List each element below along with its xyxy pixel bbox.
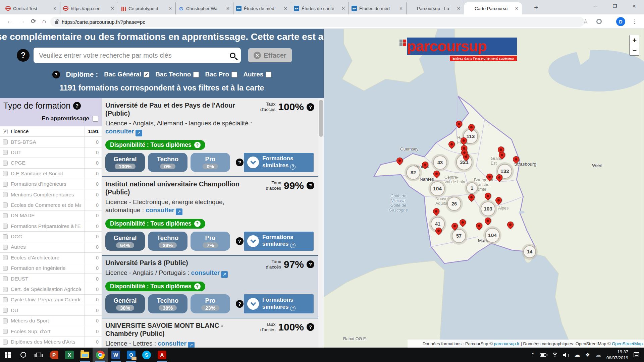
similar-help-icon[interactable]: ?	[290, 243, 296, 248]
type-filter-row[interactable]: DUT0	[0, 147, 102, 158]
home-icon[interactable]: ⌂	[42, 17, 46, 25]
type-checkbox[interactable]	[3, 276, 8, 281]
type-filter-row[interactable]: DCG0	[0, 232, 102, 242]
type-checkbox[interactable]	[3, 192, 8, 197]
stats-help-icon[interactable]: ?	[236, 237, 244, 245]
onedrive-icon[interactable]: ☁	[595, 351, 601, 358]
map-cluster[interactable]: 1	[466, 182, 478, 194]
stat-techno[interactable]: Techno28%	[148, 232, 187, 251]
diplome-checkbox[interactable]	[231, 72, 237, 77]
openstreetmap-link[interactable]: OpenStreetMap	[612, 341, 643, 346]
tab-close-icon[interactable]: ✕	[52, 6, 57, 11]
powerpoint-icon[interactable]: P	[46, 348, 62, 362]
type-checkbox[interactable]	[3, 234, 8, 239]
map-cluster[interactable]: 104	[485, 228, 500, 243]
map-cluster[interactable]: 43	[433, 156, 447, 170]
back-icon[interactable]: ←	[7, 17, 13, 25]
map-canvas[interactable]: GuernseyRennesNantesStrasbourgWienMarsei…	[324, 29, 644, 348]
type-checkbox[interactable]	[3, 297, 8, 302]
map-cluster[interactable]: 57	[452, 229, 466, 243]
type-filter-row[interactable]: DEUST0	[0, 274, 102, 284]
availability-badge[interactable]: Disponibilité : Tous diplômes?	[105, 140, 205, 150]
consulter-link[interactable]: consulter	[191, 269, 220, 276]
type-checkbox[interactable]	[3, 171, 8, 176]
result-card[interactable]: Université de Pau et des Pays de l'Adour…	[102, 98, 318, 177]
refresh-icon[interactable]: ⟳	[31, 17, 36, 25]
type-filter-row[interactable]: Formations Préparatoires à l'Ens. Sup.0	[0, 221, 102, 232]
browser-tab[interactable]: EPÉtudes de méd✕	[349, 2, 407, 14]
close-button[interactable]: ✕	[625, 0, 644, 12]
cortana-icon[interactable]	[15, 348, 31, 362]
type-filter-row[interactable]: Diplômes des Métiers d'Arts0	[0, 337, 102, 347]
dropbox-icon[interactable]: ❖	[585, 352, 590, 358]
results-scrollbar[interactable]	[318, 98, 324, 348]
availability-badge[interactable]: Disponibilité : Tous diplômes?	[105, 282, 205, 291]
type-checkbox[interactable]	[3, 287, 8, 292]
tray-expand-icon[interactable]: ⌃	[531, 352, 535, 358]
browser-tab[interactable]: EPÉtudes de santé✕	[291, 2, 349, 14]
type-filter-row[interactable]: Cert. de Spécialisation Agricole0	[0, 284, 102, 295]
tab-close-icon[interactable]: ✕	[225, 6, 230, 11]
type-filter-row[interactable]: DU0	[0, 305, 102, 316]
type-checkbox[interactable]	[3, 266, 8, 271]
type-filter-row[interactable]: Ecoles d'Architecture0	[0, 253, 102, 263]
excel-icon[interactable]: X	[62, 348, 77, 362]
type-checkbox[interactable]	[3, 150, 8, 155]
similar-help-icon[interactable]: ?	[290, 164, 296, 170]
type-filter-row[interactable]: D.E Sanitaire et Social0	[0, 169, 102, 179]
map-cluster[interactable]: 82	[406, 166, 420, 180]
availability-help-icon[interactable]: ?	[194, 142, 201, 148]
browser-tab[interactable]: https://app.cen✕	[60, 2, 118, 14]
stats-help-icon[interactable]: ?	[236, 300, 244, 308]
similar-formations-button[interactable]: Formations similaires?	[244, 294, 314, 313]
skype-icon[interactable]: S	[139, 348, 154, 362]
start-button[interactable]	[0, 348, 15, 362]
type-filter-row[interactable]: Mentions Complémentaires0	[0, 189, 102, 200]
clear-button[interactable]: ✕ Effacer	[248, 48, 292, 62]
padlock-icon[interactable]	[55, 21, 58, 24]
type-filter-row[interactable]: Formations d'Ingénieurs0	[0, 179, 102, 189]
availability-help-icon[interactable]: ?	[194, 283, 201, 290]
profile-avatar[interactable]: D	[616, 17, 625, 26]
apprenticeship-checkbox[interactable]	[93, 116, 98, 122]
type-checkbox[interactable]	[3, 213, 8, 218]
tab-close-icon[interactable]: ✕	[398, 6, 404, 11]
type-checkbox[interactable]	[3, 318, 8, 323]
tab-close-icon[interactable]: ✕	[341, 6, 346, 11]
stat-pro[interactable]: Pro0%	[191, 153, 230, 172]
result-card[interactable]: Institut national universitaire Champoll…	[102, 177, 318, 256]
type-checkbox[interactable]	[3, 139, 8, 144]
type-filter-row[interactable]: Ecoles de Commerce et de Management0	[0, 200, 102, 210]
browser-tab[interactable]: GChristopher Wa✕	[176, 2, 233, 14]
type-filter-row[interactable]: Métiers du Sport0	[0, 316, 102, 326]
wifi-icon[interactable]	[552, 353, 558, 357]
action-center-icon[interactable]	[634, 352, 639, 357]
search-icon[interactable]	[230, 53, 235, 58]
diplome-checkbox[interactable]	[144, 72, 149, 77]
search-box[interactable]	[34, 48, 241, 63]
type-checkbox[interactable]	[3, 202, 8, 207]
access-rate-help-icon[interactable]: ?	[307, 323, 314, 331]
type-filter-row[interactable]: Cycle Univ. Prépa. aux Grandes Ecoles0	[0, 295, 102, 305]
url-text[interactable]: https://carte.parcoursup.fr/?phase=pc	[62, 19, 145, 25]
scrollbar-thumb[interactable]	[319, 100, 323, 137]
diplome-checkbox[interactable]	[266, 72, 271, 77]
type-filter-row[interactable]: Formation en Ingénierie0	[0, 263, 102, 274]
battery-icon[interactable]	[540, 353, 546, 357]
search-help-icon[interactable]: ?	[17, 49, 30, 62]
diplome-checkbox[interactable]	[193, 72, 199, 77]
consulter-link[interactable]: consulter	[105, 128, 134, 135]
stat-genéral[interactable]: Genéral38%	[105, 294, 145, 313]
stat-pro[interactable]: Pro23%	[191, 294, 230, 313]
stat-pro[interactable]: Pro7%	[191, 232, 230, 251]
zoom-in-button[interactable]: +	[630, 35, 639, 45]
similar-formations-button[interactable]: Formations similaires?	[244, 232, 314, 251]
zoom-out-button[interactable]: −	[630, 45, 639, 55]
acrobat-icon[interactable]: A	[154, 348, 170, 362]
chrome-icon[interactable]	[93, 348, 108, 362]
type-filter-row[interactable]: Ecoles Sup. d'Art0	[0, 326, 102, 337]
map-cluster[interactable]: 26	[447, 197, 461, 211]
type-filter-row[interactable]: Autres0	[0, 242, 102, 252]
browser-menu-icon[interactable]: ⋮	[631, 17, 637, 25]
extension-icon[interactable]	[596, 19, 602, 24]
